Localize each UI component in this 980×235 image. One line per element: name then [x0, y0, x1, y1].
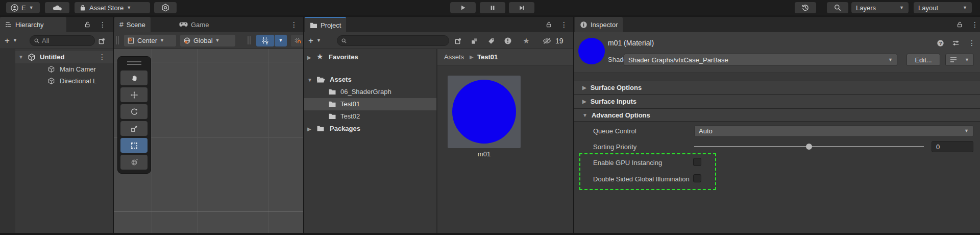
pause-button[interactable] — [480, 2, 505, 13]
asset-import-button[interactable] — [469, 35, 480, 46]
inspector-menu-button[interactable]: ⋮ — [969, 19, 980, 30]
tab-hierarchy[interactable]: Hierarchy — [0, 17, 66, 32]
layers-dropdown[interactable]: Layers ▼ — [851, 2, 909, 13]
type-filter-button[interactable] — [502, 35, 513, 46]
foldout-arrow-icon[interactable]: ▼ — [18, 54, 23, 60]
project-lock-button[interactable] — [543, 19, 554, 30]
inspector-lock-button[interactable] — [954, 19, 965, 30]
hierarchy-create-button[interactable]: + ▼ — [3, 35, 24, 46]
help-button[interactable]: ? — [935, 37, 946, 49]
hierarchy-search-input[interactable]: All — [30, 35, 95, 46]
asset-store-button[interactable]: Asset Store ▼ — [75, 2, 150, 13]
folder-icon — [328, 113, 336, 120]
material-menu-button[interactable]: ⋮ — [966, 37, 977, 49]
queue-control-dropdown[interactable]: Auto ▼ — [694, 125, 973, 137]
sorting-priority-field[interactable]: 0 — [932, 141, 973, 152]
scene-menu-button[interactable]: ⋮ — [288, 19, 300, 30]
hierarchy-row-main-camera[interactable]: Main Camer — [15, 63, 113, 75]
account-button[interactable]: E ▼ — [6, 2, 40, 13]
tab-scene[interactable]: # Scene — [114, 17, 151, 32]
project-create-button[interactable]: + ▼ — [306, 35, 328, 46]
toolbar-handle — [118, 36, 119, 44]
foldout-arrow-icon[interactable]: ▼ — [307, 77, 312, 83]
packages-label: Packages — [330, 125, 360, 132]
project-row-folder[interactable]: 06_ShaderGraph — [304, 86, 436, 98]
chevron-down-icon: ▼ — [965, 58, 969, 62]
breadcrumb-current[interactable]: Test01 — [477, 53, 498, 61]
grid-visibility-button[interactable]: Y — [256, 35, 274, 46]
project-expand-button[interactable] — [452, 35, 463, 46]
hierarchy-row-scene[interactable]: ▼ Untitled ⋮ — [15, 51, 113, 63]
transform-tool-button[interactable] — [120, 155, 148, 170]
account-label: E — [21, 4, 26, 12]
asset-name-label[interactable]: m01 — [448, 150, 521, 158]
hierarchy-panel: Hierarchy ⋮ + ▼ All ▼ Unti — [0, 17, 113, 233]
section-advanced-options[interactable]: ▼ Advanced Options — [574, 108, 980, 122]
hidden-count: 19 — [555, 37, 564, 45]
label-filter-button[interactable] — [485, 35, 497, 46]
hierarchy-expand-button[interactable] — [96, 35, 107, 46]
svg-text:?: ? — [939, 40, 942, 45]
grid-hash-icon: # — [119, 20, 124, 29]
gpu-instancing-checkbox[interactable] — [693, 158, 701, 166]
foldout-arrow-icon[interactable]: ▶ — [307, 55, 311, 60]
foldout-arrow-icon: ▼ — [582, 112, 587, 118]
section-surface-options[interactable]: ▶ Surface Options — [574, 81, 980, 94]
favorites-filter-button[interactable]: ★ — [521, 35, 532, 46]
shader-options-button[interactable]: ▼ — [945, 54, 974, 66]
shader-dropdown[interactable]: Shader Graphs/vfxCase_ParBase ▼ — [624, 54, 897, 66]
orientation-dropdown[interactable]: Global ▼ — [180, 35, 235, 46]
folder-icon — [316, 125, 325, 132]
project-row-assets[interactable]: ▼ Assets — [304, 74, 436, 86]
hierarchy-menu-button[interactable]: ⋮ — [97, 19, 108, 30]
hand-tool-button[interactable] — [120, 70, 148, 85]
gameobject-name: Directional L — [60, 77, 96, 85]
project-search-input[interactable] — [337, 35, 449, 46]
transform-tool-icon — [130, 158, 138, 167]
services-button[interactable] — [154, 2, 177, 13]
tab-inspector[interactable]: Inspector — [575, 17, 623, 32]
palette-drag-handle[interactable] — [127, 61, 141, 62]
cloud-button[interactable] — [45, 2, 69, 13]
tab-project[interactable]: Project — [305, 17, 346, 32]
project-row-packages[interactable]: ▶ Packages — [304, 123, 436, 135]
grid-snap-button[interactable] — [291, 35, 303, 46]
asset-thumbnail[interactable] — [448, 76, 521, 148]
project-menu-button[interactable]: ⋮ — [558, 19, 570, 30]
shader-edit-button[interactable]: Edit... — [906, 54, 940, 66]
search-button[interactable] — [827, 2, 848, 13]
layout-dropdown[interactable]: Layout ▼ — [914, 2, 972, 13]
list-icon — [950, 57, 957, 63]
scale-tool-button[interactable] — [120, 121, 148, 136]
section-surface-inputs[interactable]: ▶ Surface Inputs — [574, 95, 980, 108]
pivot-mode-dropdown[interactable]: Center ▼ — [124, 35, 176, 46]
scene-menu-icon[interactable]: ⋮ — [99, 53, 106, 60]
rect-tool-button[interactable] — [120, 138, 148, 153]
project-row-favorites[interactable]: ▶ ★ Favorites — [304, 51, 436, 63]
sorting-priority-slider-handle[interactable] — [806, 144, 812, 150]
foldout-arrow-icon[interactable]: ▶ — [307, 126, 311, 132]
move-tool-button[interactable] — [120, 87, 148, 102]
double-sided-gi-checkbox[interactable] — [693, 174, 701, 182]
step-button[interactable] — [509, 2, 534, 13]
project-row-folder-selected[interactable]: Test01 — [304, 98, 436, 110]
chevron-down-icon: ▼ — [316, 38, 321, 43]
hierarchy-tab-label: Hierarchy — [15, 21, 44, 29]
palette-drag-handle[interactable] — [127, 64, 141, 65]
gameobject-name: Main Camer — [60, 65, 96, 73]
rotate-tool-button[interactable] — [120, 104, 148, 119]
grid-options-dropdown[interactable]: ▼ — [275, 35, 287, 46]
presets-button[interactable] — [950, 37, 961, 49]
chevron-down-icon: ▼ — [963, 6, 967, 10]
breadcrumb-root[interactable]: Assets — [444, 53, 464, 61]
hierarchy-lock-button[interactable] — [82, 19, 93, 30]
kebab-menu-icon: ⋮ — [968, 39, 975, 46]
shader-edit-label: Edit... — [915, 56, 932, 64]
hierarchy-toolbar: + ▼ All — [0, 32, 113, 49]
play-button[interactable] — [450, 2, 476, 13]
project-row-folder[interactable]: Test02 — [304, 110, 436, 123]
hierarchy-row-directional-light[interactable]: Directional L — [15, 75, 113, 87]
hidden-packages-button[interactable] — [540, 35, 553, 46]
undo-history-button[interactable] — [795, 2, 816, 13]
tab-game[interactable]: Game — [174, 17, 214, 32]
